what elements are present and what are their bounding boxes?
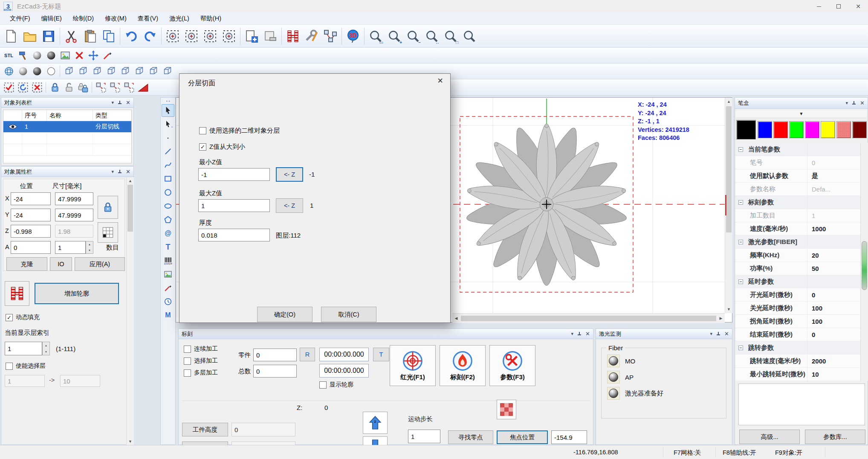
- f7-grid-status[interactable]: F7网格:关: [674, 449, 701, 457]
- collapse-icon[interactable]: [738, 279, 743, 284]
- pin-icon[interactable]: [118, 100, 122, 105]
- model-ball-button[interactable]: [44, 49, 58, 62]
- panel-menu-icon[interactable]: ▾: [571, 331, 574, 337]
- pen-color-1[interactable]: [758, 121, 772, 138]
- rotate-transform-button[interactable]: [16, 81, 30, 94]
- scroll-thumb[interactable]: [726, 106, 732, 232]
- y-pos-input[interactable]: -24: [11, 209, 51, 221]
- reset-count-button[interactable]: R: [300, 348, 315, 361]
- collapse-icon[interactable]: [738, 147, 743, 152]
- object-row-empty[interactable]: [3, 144, 131, 156]
- text-tool[interactable]: T: [162, 241, 174, 253]
- rectangle-tool[interactable]: [162, 172, 174, 185]
- expand-colors-button[interactable]: ▼: [736, 110, 867, 118]
- cube-view-6-button[interactable]: [132, 65, 146, 78]
- scroll-left-icon[interactable]: ◀: [452, 316, 460, 320]
- z-pos-input[interactable]: -0.998: [11, 225, 51, 238]
- y-size-input[interactable]: 47.9999: [55, 209, 93, 221]
- pin-icon[interactable]: [118, 169, 122, 174]
- pen-param-row[interactable]: 最小跳转延时(微秒)10: [735, 368, 860, 381]
- menu-help[interactable]: 帮助(H): [195, 13, 227, 24]
- menu-view[interactable]: 查看(V): [132, 13, 164, 24]
- pen-group-row[interactable]: 标刻参数: [735, 196, 860, 209]
- pen-color-3[interactable]: [789, 121, 804, 138]
- select-tool[interactable]: [162, 104, 174, 117]
- panel-menu-icon[interactable]: ▾: [112, 100, 114, 105]
- curve-tool[interactable]: [162, 159, 174, 171]
- array-copy-4-button[interactable]: [220, 26, 238, 46]
- count-spinner[interactable]: ▲▼: [86, 241, 93, 254]
- enable-layer-checkbox[interactable]: 使能选择层: [6, 362, 46, 370]
- delete-object-button[interactable]: [261, 26, 280, 46]
- line-tool[interactable]: [162, 145, 174, 158]
- node-connect-button[interactable]: [321, 26, 340, 46]
- spiral-tool[interactable]: @: [162, 227, 174, 240]
- zoom-page-button[interactable]: [460, 26, 479, 46]
- copy-button[interactable]: [81, 26, 99, 46]
- x-pos-input[interactable]: -24: [11, 192, 51, 205]
- pen-color-4[interactable]: [805, 121, 819, 138]
- array-copy-2-button[interactable]: [182, 26, 201, 46]
- menu-file[interactable]: 文件(F): [4, 13, 36, 24]
- clone-button[interactable]: 克隆: [6, 257, 47, 271]
- dark-ball-button[interactable]: [30, 65, 44, 78]
- collapse-icon[interactable]: [738, 346, 743, 350]
- zoom-all-button[interactable]: □: [441, 26, 460, 46]
- pen-param-row[interactable]: 速度(毫米/秒)1000: [735, 222, 860, 235]
- cancel-transform-button[interactable]: [30, 81, 44, 94]
- max-z-input[interactable]: 1: [198, 199, 270, 212]
- properties-scrollbar[interactable]: ▲ ▼: [126, 177, 134, 445]
- close-panel-icon[interactable]: ✕: [126, 100, 130, 105]
- close-panel-icon[interactable]: ✕: [585, 331, 590, 337]
- panel-menu-icon[interactable]: ▾: [846, 100, 848, 106]
- pen-param-row[interactable]: 笔号0: [735, 156, 860, 169]
- object-row-selected[interactable]: 1 分层切线: [3, 121, 131, 133]
- collapse-icon[interactable]: [738, 200, 743, 205]
- model-build-button[interactable]: [16, 49, 30, 62]
- zoom-pan-button[interactable]: ↔: [422, 26, 441, 46]
- cube-view-7-button[interactable]: [146, 65, 160, 78]
- pen-group-row[interactable]: 延时参数: [735, 275, 860, 288]
- align-1-button[interactable]: [94, 81, 108, 94]
- menu-modify[interactable]: 修改(M): [99, 13, 132, 24]
- pen-color-2[interactable]: [773, 121, 788, 138]
- focus-position-button[interactable]: 焦点位置: [497, 430, 548, 444]
- model-sphere-button[interactable]: [30, 49, 44, 62]
- pen-color-7[interactable]: [852, 121, 867, 138]
- new-file-button[interactable]: [2, 26, 20, 46]
- pen-color-0-selected[interactable]: [736, 120, 756, 139]
- a-pos-input[interactable]: 0: [11, 241, 51, 254]
- point-tool[interactable]: ·: [162, 131, 174, 144]
- scroll-up-icon[interactable]: ▲: [725, 98, 732, 104]
- param-f3-button[interactable]: 参数(F3): [489, 345, 535, 386]
- eye-icon[interactable]: [8, 124, 17, 129]
- undo-button[interactable]: [122, 26, 141, 46]
- select-mark-checkbox[interactable]: 选择加工: [184, 357, 218, 365]
- pen-grid-scrollbar[interactable]: [860, 143, 868, 381]
- scroll-down-icon[interactable]: ▼: [127, 439, 134, 444]
- add-outline-button[interactable]: 增加轮廓: [35, 283, 119, 304]
- zoom-in-button[interactable]: +: [385, 26, 404, 46]
- pen-color-5[interactable]: [821, 121, 835, 138]
- scroll-thumb[interactable]: [461, 316, 716, 321]
- close-panel-icon[interactable]: ✕: [724, 331, 729, 337]
- panel-menu-icon[interactable]: ▾: [710, 331, 713, 337]
- collapse-icon[interactable]: [738, 240, 743, 244]
- scroll-up-icon[interactable]: ▲: [127, 177, 134, 183]
- unlock-button[interactable]: [62, 81, 76, 94]
- step-input[interactable]: 1: [408, 430, 440, 443]
- lock-button[interactable]: [48, 81, 62, 94]
- zoom-out-button[interactable]: −: [404, 26, 422, 46]
- model-slant-button[interactable]: [100, 49, 114, 62]
- hatch-button[interactable]: [284, 26, 302, 46]
- add-object-button[interactable]: [242, 26, 261, 46]
- apply-button[interactable]: 应用(A): [75, 257, 125, 271]
- mark-f2-button[interactable]: 标刻(F2): [440, 345, 486, 386]
- param-library-button[interactable]: 参数库...: [805, 430, 865, 444]
- find-zero-button[interactable]: 寻找零点: [448, 430, 493, 444]
- apply-transform-button[interactable]: [2, 81, 16, 94]
- menu-edit[interactable]: 编辑(E): [36, 13, 67, 24]
- system-config-button[interactable]: [302, 26, 321, 46]
- pen-param-row[interactable]: 参数名称Defa...: [735, 183, 860, 196]
- cancel-button[interactable]: 取消(C): [321, 307, 376, 322]
